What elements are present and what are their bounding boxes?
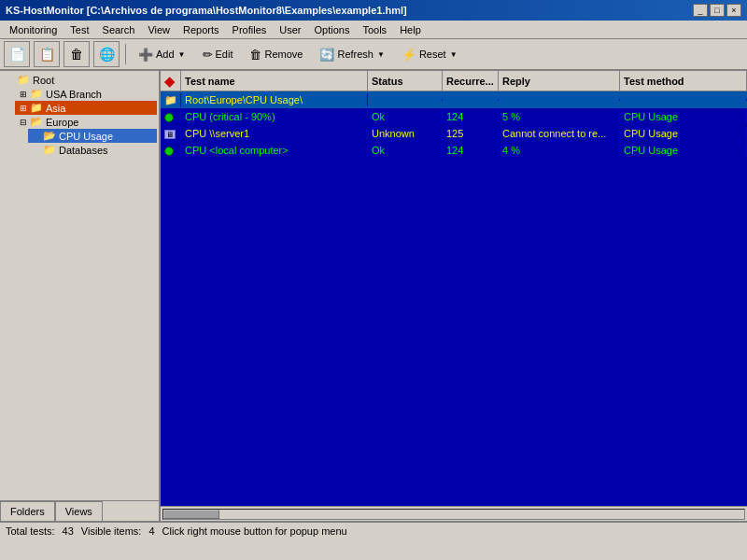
visible-items-value: 4	[148, 525, 154, 537]
row0-recurr	[443, 99, 499, 101]
row2-name: CPU \\server1	[181, 127, 368, 140]
row0-reply	[499, 99, 620, 101]
table-row[interactable]: 📁 Root\Europe\CPU Usage\	[161, 91, 747, 108]
edit-button[interactable]: ✏ Edit	[196, 42, 240, 66]
usa-folder-icon: 📁	[30, 88, 43, 100]
total-tests-value: 43	[63, 525, 74, 537]
tree-item-root[interactable]: 📁 Root	[2, 73, 157, 87]
menu-item-reports[interactable]: Reports	[177, 22, 225, 37]
left-tabs: Folders Views	[0, 500, 159, 521]
menu-item-tools[interactable]: Tools	[357, 22, 392, 37]
cpu-usage-label: CPU Usage	[59, 131, 113, 142]
unknown-status-icon: 🖥	[164, 130, 176, 139]
tab-views[interactable]: Views	[55, 501, 103, 521]
row3-recurr: 124	[443, 144, 499, 157]
refresh-dropdown-icon[interactable]: ▼	[377, 50, 385, 59]
row3-icon-cell	[161, 144, 181, 157]
hscroll-thumb[interactable]	[163, 510, 219, 519]
menu-item-monitoring[interactable]: Monitoring	[4, 22, 63, 37]
titlebar-controls[interactable]: _ □ ×	[693, 4, 741, 17]
col-header-status[interactable]: Status	[368, 71, 443, 91]
reset-label: Reset	[419, 49, 446, 60]
europe-folder-icon: 📂	[30, 116, 43, 128]
titlebar: KS-HostMonitor [C:\Archivos de programa\…	[0, 0, 747, 21]
status-indicator-icon: ◆	[164, 74, 175, 89]
col-header-name[interactable]: Test name	[181, 71, 368, 91]
table-row[interactable]: 🖥 CPU \\server1 Unknown 125 Cannot conne…	[161, 125, 747, 142]
refresh-button[interactable]: 🔄 Refresh ▼	[313, 42, 390, 66]
reset-dropdown-icon[interactable]: ▼	[450, 50, 458, 59]
tree-item-asia[interactable]: ⊞ 📁 Asia	[15, 101, 157, 115]
col-header-recurr[interactable]: Recurre...	[443, 71, 499, 91]
menubar: MonitoringTestSearchViewReportsProfilesU…	[0, 21, 747, 39]
col-header-method[interactable]: Test method	[620, 71, 747, 91]
toolbar-icon2[interactable]: 📋	[34, 41, 60, 67]
menu-item-view[interactable]: View	[142, 22, 176, 37]
toolbar: 📄 📋 🗑 🌐 ➕ Add ▼ ✏ Edit 🗑 Remove 🔄 Refres…	[0, 39, 747, 71]
row0-name: Root\Europe\CPU Usage\	[181, 93, 368, 106]
reset-button[interactable]: ⚡ Reset ▼	[395, 42, 464, 66]
menu-item-search[interactable]: Search	[97, 22, 141, 37]
row3-method: CPU Usage	[620, 144, 747, 157]
row0-status	[368, 99, 443, 101]
databases-folder-icon: 📁	[43, 144, 56, 156]
europe-expand[interactable]: ⊟	[17, 118, 30, 127]
asia-expand[interactable]: ⊞	[17, 104, 30, 113]
remove-icon: 🗑	[249, 48, 261, 62]
toolbar-icon3[interactable]: 🗑	[63, 41, 90, 67]
maximize-button[interactable]: □	[710, 4, 725, 17]
table-body[interactable]: 📁 Root\Europe\CPU Usage\ CPU (critical -…	[161, 91, 747, 506]
usa-expand[interactable]: ⊞	[17, 90, 30, 99]
col-header-reply[interactable]: Reply	[499, 71, 620, 91]
remove-button[interactable]: 🗑 Remove	[243, 42, 309, 66]
tree-item-databases[interactable]: 📁 Databases	[28, 143, 157, 157]
edit-label: Edit	[216, 49, 233, 60]
tree-item-usa[interactable]: ⊞ 📁 USA Branch	[15, 87, 157, 101]
col-header-icon[interactable]: ◆	[161, 71, 181, 91]
row1-recurr: 124	[443, 110, 499, 123]
menu-item-user[interactable]: User	[274, 22, 306, 37]
refresh-icon: 🔄	[319, 48, 334, 62]
europe-label: Europe	[46, 117, 78, 128]
reset-icon: ⚡	[402, 48, 416, 62]
hscrollbar[interactable]	[162, 509, 745, 520]
toolbar-sep1	[125, 44, 126, 64]
left-panel: 📁 Root ⊞ 📁 USA Branch ⊞ 📁 Asia ⊟ 📂 Europ…	[0, 71, 161, 521]
table-header: ◆ Test name Status Recurre... Reply Test…	[161, 71, 747, 91]
add-button[interactable]: ➕ Add ▼	[132, 42, 192, 66]
add-label: Add	[156, 49, 175, 60]
tree-item-europe[interactable]: ⊟ 📂 Europe	[15, 115, 157, 129]
row2-method: CPU Usage	[620, 127, 747, 140]
edit-icon: ✏	[203, 48, 213, 62]
row0-icon-cell: 📁	[161, 93, 181, 107]
statusbar: Total tests: 43 Visible items: 4 Click r…	[0, 521, 747, 539]
tree-area[interactable]: 📁 Root ⊞ 📁 USA Branch ⊞ 📁 Asia ⊟ 📂 Europ…	[0, 71, 159, 500]
usa-label: USA Branch	[46, 89, 102, 100]
asia-label: Asia	[46, 103, 65, 114]
close-button[interactable]: ×	[726, 4, 741, 17]
tab-folders[interactable]: Folders	[0, 501, 55, 521]
row1-name: CPU (critical - 90%)	[181, 110, 368, 123]
row1-method: CPU Usage	[620, 110, 747, 123]
menu-item-options[interactable]: Options	[309, 22, 356, 37]
add-icon: ➕	[138, 48, 153, 62]
toolbar-icon4[interactable]: 🌐	[93, 41, 120, 67]
table-row[interactable]: CPU (critical - 90%) Ok 124 5 % CPU Usag…	[161, 108, 747, 125]
titlebar-title: KS-HostMonitor [C:\Archivos de programa\…	[6, 5, 407, 16]
ok-status-icon2	[164, 147, 174, 156]
add-dropdown-icon[interactable]: ▼	[178, 50, 186, 59]
tree-item-cpu-usage[interactable]: 📂 CPU Usage	[28, 129, 157, 143]
root-label: Root	[33, 75, 54, 86]
main-layout: 📁 Root ⊞ 📁 USA Branch ⊞ 📁 Asia ⊟ 📂 Europ…	[0, 71, 747, 521]
menu-item-profiles[interactable]: Profiles	[227, 22, 273, 37]
menu-item-test[interactable]: Test	[64, 22, 94, 37]
minimize-button[interactable]: _	[693, 4, 708, 17]
hscroll-area[interactable]	[161, 506, 747, 521]
refresh-label: Refresh	[337, 49, 374, 60]
toolbar-icon1[interactable]: 📄	[4, 41, 30, 67]
asia-folder-icon: 📁	[30, 102, 43, 114]
row2-reply: Cannot connect to re...	[499, 127, 620, 140]
table-row[interactable]: CPU <local computer> Ok 124 4 % CPU Usag…	[161, 142, 747, 159]
menu-item-help[interactable]: Help	[394, 22, 427, 37]
row0-method	[620, 99, 747, 101]
